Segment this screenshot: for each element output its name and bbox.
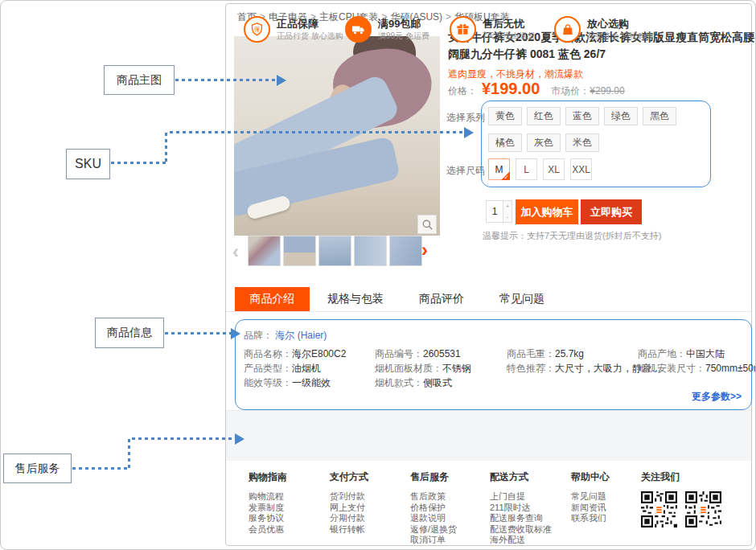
product-thumbnail[interactable] xyxy=(389,236,422,266)
quantity-decrease-button[interactable]: - xyxy=(503,211,512,222)
product-thumbnail[interactable] xyxy=(354,236,387,266)
tab-faq[interactable]: 常见问题 xyxy=(482,287,562,311)
product-thumbnail[interactable] xyxy=(318,236,351,266)
footer-column-title: 帮助中心 xyxy=(571,470,610,484)
footer-link[interactable]: 退款说明 xyxy=(410,513,457,524)
footer-link[interactable]: 海外配送 xyxy=(490,535,552,546)
market-price: ¥299.00 xyxy=(590,85,624,96)
spec-value: 不锈钢 xyxy=(442,363,471,374)
annotation-product-info-label: 商品信息 xyxy=(95,318,164,348)
service-free-shipping: 满99包邮 满99元 免运费 xyxy=(345,16,429,43)
thumbnail-prev-icon[interactable]: ‹ xyxy=(232,240,239,263)
footer-link[interactable]: 上门自提 xyxy=(490,491,552,503)
annotation-main-image-label: 商品主图 xyxy=(104,65,175,95)
buy-now-button[interactable]: 立即购买 xyxy=(581,199,642,224)
footer-link[interactable]: 配送服务查询 xyxy=(490,513,552,524)
series-option-black[interactable]: 黑色 xyxy=(643,107,676,125)
brand-label: 品牌： xyxy=(244,330,273,341)
product-main-image[interactable] xyxy=(234,36,440,236)
spec-column-2: 商品编号：2605531 烟机面板材质：不锈钢 烟机款式：侧吸式 xyxy=(375,347,471,390)
qr-code-row xyxy=(641,491,721,527)
footer-link[interactable]: 售后政策 xyxy=(410,491,457,503)
footer-link[interactable]: 211限时达 xyxy=(490,503,552,514)
series-option-green[interactable]: 绿色 xyxy=(604,107,638,125)
quantity-increase-button[interactable]: + xyxy=(503,201,512,211)
series-option-orange[interactable]: 橘色 xyxy=(488,133,522,152)
magnifier-icon[interactable] xyxy=(417,215,437,234)
annotation-arrow-line xyxy=(165,133,167,163)
footer-column-title: 购物指南 xyxy=(249,470,287,484)
spec-column-4: 商品产地：中国大陆 烟机安装尺寸：750mm±50mm（烟… xyxy=(638,347,756,376)
annotation-arrowhead-icon xyxy=(464,127,474,138)
spec-label: 烟机面板材质： xyxy=(375,363,442,374)
more-params-link[interactable]: 更多参数>> xyxy=(692,390,742,404)
spec-value: 中国大陆 xyxy=(686,348,725,359)
spec-row: 商品产地：中国大陆 xyxy=(638,347,756,361)
size-option-l[interactable]: L xyxy=(516,158,537,180)
size-option-xxl[interactable]: XXL xyxy=(570,158,592,180)
footer-link[interactable]: 网上支付 xyxy=(330,503,368,514)
detail-tabs: 商品介绍 规格与包装 商品评价 常见问题 xyxy=(226,287,751,312)
spec-label: 烟机款式： xyxy=(375,377,423,388)
series-option-blue[interactable]: 蓝色 xyxy=(565,107,599,125)
footer-link[interactable]: 服务协议 xyxy=(249,513,287,524)
spec-value: 侧吸式 xyxy=(423,377,452,388)
size-option-m-selected[interactable]: M xyxy=(488,158,510,180)
spec-value: 25.7kg xyxy=(555,348,584,359)
footer-link[interactable]: 银行转帐 xyxy=(330,524,368,536)
thumbnail-next-icon[interactable]: › xyxy=(421,239,428,261)
footer-link[interactable]: 取消订单 xyxy=(410,535,457,546)
annotated-mockup-canvas: 首页>电子电器>主板CPU套装>华硕(ASUS)>华硕板U套装 ‹ › 女裤牛仔… xyxy=(0,0,756,550)
footer-link[interactable]: 返修/退换货 xyxy=(410,524,457,536)
footer-column-title: 关注我们 xyxy=(641,470,721,484)
annotation-after-sales-label: 售后服务 xyxy=(3,454,72,483)
product-page-panel: 首页>电子电器>主板CPU套装>华硕(ASUS)>华硕板U套装 ‹ › 女裤牛仔… xyxy=(225,3,752,546)
footer-link[interactable]: 新闻资讯 xyxy=(571,503,610,514)
annotation-label-text: SKU xyxy=(75,157,101,171)
footer-link[interactable]: 常见问题 xyxy=(571,491,610,503)
tab-spec-packaging[interactable]: 规格与包装 xyxy=(310,287,401,311)
quantity-stepper: + - xyxy=(486,200,512,223)
qrcode-icon xyxy=(685,491,721,527)
footer-link[interactable]: 联系我们 xyxy=(571,513,610,524)
market-price-label: 市场价： xyxy=(551,84,590,98)
annotation-arrow-line xyxy=(175,79,277,81)
spec-row: 烟机面板材质：不锈钢 xyxy=(375,361,471,376)
footer-link[interactable]: 会员优惠 xyxy=(249,524,287,536)
spec-row: 烟机安装尺寸：750mm±50mm（烟… xyxy=(638,361,756,376)
series-option-beige[interactable]: 米色 xyxy=(565,133,599,152)
service-subtitle: 满99元 免运费 xyxy=(378,31,429,41)
product-thumbnail[interactable] xyxy=(283,236,316,266)
annotation-arrow-line xyxy=(72,467,129,470)
series-option-red[interactable]: 红色 xyxy=(527,107,561,125)
footer-column-delivery: 配送方式 上门自提 211限时达 配送服务查询 配送费收取标准 海外配送 xyxy=(490,470,552,546)
spec-column-1: 商品名称：海尔E800C2 产品类型：油烟机 能效等级：一级能效 xyxy=(244,347,346,390)
footer-link[interactable]: 分期付款 xyxy=(330,513,368,524)
tab-product-intro[interactable]: 商品介绍 xyxy=(235,287,310,311)
quantity-input[interactable] xyxy=(487,201,503,222)
service-authentic: 保 正品保障 正品行货 放心选购 xyxy=(244,16,343,43)
footer-column-shopping-guide: 购物指南 购物流程 发票制度 服务协议 会员优惠 xyxy=(249,470,287,535)
brand-link[interactable]: 海尔 (Haier) xyxy=(275,330,327,341)
footer-link[interactable]: 配送费收取标准 xyxy=(490,524,552,536)
annotation-arrowhead-icon xyxy=(277,75,286,86)
footer-link[interactable]: 发票制度 xyxy=(249,503,287,514)
series-option-gray[interactable]: 灰色 xyxy=(527,133,561,152)
footer-link[interactable]: 价格保护 xyxy=(410,503,457,514)
size-option-xl[interactable]: XL xyxy=(543,158,565,180)
tab-reviews[interactable]: 商品评价 xyxy=(401,287,482,311)
spec-value: 油烟机 xyxy=(292,363,321,374)
spec-row: 烟机款式：侧吸式 xyxy=(375,376,471,390)
footer-link[interactable]: 货到付款 xyxy=(330,491,368,503)
spec-value: 750mm±50mm（烟… xyxy=(705,363,756,374)
footer-link[interactable]: 购物流程 xyxy=(249,491,287,503)
add-to-cart-button[interactable]: 加入购物车 xyxy=(516,199,578,224)
annotation-label-text: 商品信息 xyxy=(107,326,152,340)
product-thumbnail[interactable] xyxy=(248,236,281,266)
series-option-yellow[interactable]: 黄色 xyxy=(488,107,522,125)
annotation-arrow-line xyxy=(132,437,235,440)
series-label: 选择系列： xyxy=(446,111,495,125)
annotation-arrowhead-icon xyxy=(231,328,240,339)
spec-row: 商品名称：海尔E800C2 xyxy=(244,347,346,361)
quantity-buttons: + - xyxy=(503,201,512,222)
